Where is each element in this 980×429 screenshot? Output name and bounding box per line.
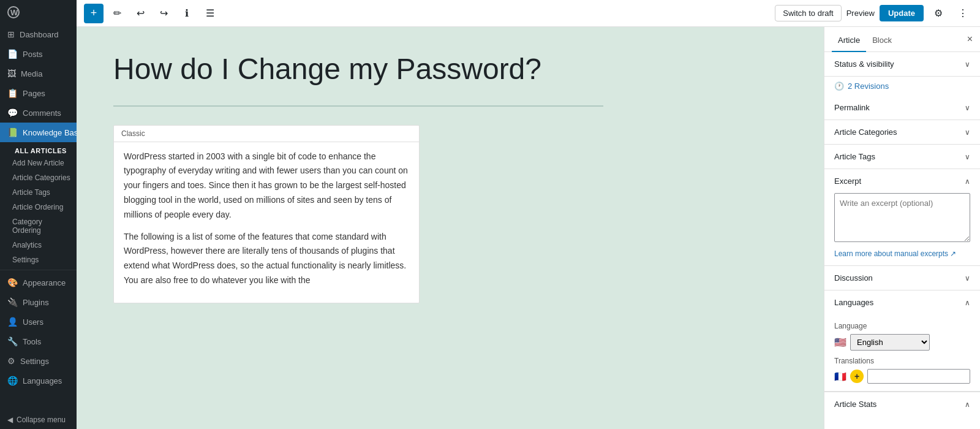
status-visibility-header[interactable]: Status & visibility ∨ — [824, 52, 980, 76]
sidebar-item-pages[interactable]: 📋 Pages — [0, 83, 77, 103]
settings-icon: ⚙ — [7, 356, 15, 366]
editor-settings-button[interactable]: ⚙ — [929, 4, 948, 23]
submenu-article-categories[interactable]: Article Categories — [7, 170, 77, 185]
paragraph-1: WordPress started in 2003 with a single … — [124, 150, 409, 222]
knowledge-base-icon: 📗 — [7, 127, 18, 137]
collapse-menu-button[interactable]: ◀ Collapse menu — [0, 411, 77, 429]
preview-button[interactable]: Preview — [846, 9, 875, 18]
collapse-menu-icon: ◀ — [7, 416, 13, 424]
sidebar-item-comments[interactable]: 💬 Comments — [0, 103, 77, 123]
language-label-row: Language — [834, 322, 970, 330]
comments-icon: 💬 — [7, 108, 18, 118]
submenu-add-new-article[interactable]: Add New Article — [7, 156, 77, 170]
panel-close-button[interactable]: × — [967, 27, 973, 51]
sidebar-item-knowledge-base[interactable]: 📗 Knowledge Base — [0, 123, 77, 142]
list-icon: ☰ — [206, 7, 214, 19]
wp-logo: W — [0, 0, 77, 25]
add-block-button[interactable]: + — [84, 4, 104, 23]
discussion-chevron-icon: ∨ — [965, 274, 970, 283]
editor-area: How do I Change my Password? Classic Wor… — [77, 27, 980, 429]
languages-header[interactable]: Languages ∧ — [824, 290, 980, 314]
status-visibility-label: Status & visibility — [834, 59, 894, 69]
excerpt-label: Excerpt — [834, 177, 861, 186]
language-select[interactable]: English French Spanish German — [850, 334, 930, 351]
article-tags-header[interactable]: Article Tags ∨ — [824, 145, 980, 169]
sidebar-item-posts[interactable]: 📄 Posts — [0, 44, 77, 64]
list-view-button[interactable]: ☰ — [200, 4, 220, 23]
revisions-row[interactable]: 🕐 2 Revisions — [824, 77, 980, 96]
permalink-chevron-icon: ∨ — [965, 104, 970, 112]
translation-input[interactable] — [867, 369, 970, 384]
classic-block-label: Classic — [114, 126, 419, 142]
article-categories-chevron-icon: ∨ — [965, 128, 970, 137]
more-options-button[interactable]: ⋮ — [953, 4, 973, 23]
article-stats-label: Article Stats — [834, 400, 876, 409]
translations-label: Translations — [834, 357, 970, 365]
redo-button[interactable]: ↪ — [154, 4, 173, 23]
info-button[interactable]: ℹ — [177, 4, 197, 23]
article-categories-label: Article Categories — [834, 127, 897, 137]
update-button[interactable]: Update — [880, 5, 924, 21]
switch-to-draft-button[interactable]: Switch to draft — [775, 5, 841, 21]
sidebar-item-appearance[interactable]: 🎨 Appearance — [0, 273, 77, 292]
tools-icon: 🔧 — [7, 336, 18, 346]
excerpt-textarea[interactable] — [834, 193, 970, 242]
languages-chevron-icon: ∧ — [965, 298, 970, 307]
discussion-header[interactable]: Discussion ∨ — [824, 266, 980, 290]
article-tags-section: Article Tags ∨ — [824, 145, 980, 169]
add-translation-button[interactable]: + — [850, 370, 864, 383]
sidebar-item-dashboard[interactable]: ⊞ Dashboard — [0, 25, 77, 44]
submenu-article-tags[interactable]: Article Tags — [7, 185, 77, 200]
languages-icon: 🌐 — [7, 376, 18, 385]
right-panel: Article Block × Status & visibility ∨ 🕐 … — [824, 27, 980, 429]
classic-block[interactable]: Classic WordPress started in 2003 with a… — [113, 125, 420, 303]
info-icon: ℹ — [185, 7, 189, 19]
pages-icon: 📋 — [7, 88, 18, 98]
flag-fr-icon: 🇫🇷 — [834, 371, 846, 382]
languages-content: Language 🇺🇸 English French Spanish Germa… — [824, 314, 980, 391]
article-title[interactable]: How do I Change my Password? — [113, 51, 603, 87]
knowledge-base-submenu: All Articles Add New Article Article Cat… — [0, 142, 77, 267]
sidebar: W ⊞ Dashboard 📄 Posts 🖼 Media 📋 Pages 💬 … — [0, 0, 77, 429]
classic-block-content[interactable]: WordPress started in 2003 with a single … — [114, 142, 419, 303]
svg-text:W: W — [10, 8, 18, 17]
article-stats-chevron-icon: ∧ — [965, 400, 970, 409]
tab-article[interactable]: Article — [832, 27, 866, 52]
edit-mode-button[interactable]: ✏ — [107, 4, 127, 23]
gear-icon: ⚙ — [934, 7, 943, 19]
article-stats-section[interactable]: Article Stats ∧ — [824, 392, 980, 416]
editor-canvas[interactable]: How do I Change my Password? Classic Wor… — [77, 27, 824, 429]
media-icon: 🖼 — [7, 69, 16, 78]
article-categories-section: Article Categories ∨ — [824, 120, 980, 145]
sidebar-item-settings[interactable]: ⚙ Settings — [0, 351, 77, 371]
excerpt-learn-more-link[interactable]: Learn more about manual excerpts ↗ — [834, 249, 970, 258]
pencil-icon: ✏ — [113, 7, 121, 19]
sidebar-item-languages[interactable]: 🌐 Languages — [0, 371, 77, 390]
editor-toolbar: + ✏ ↩ ↪ ℹ ☰ Switch to draft Preview Upda… — [77, 0, 980, 27]
submenu-category-ordering[interactable]: Category Ordering — [7, 214, 77, 238]
permalink-section: Permalink ∨ — [824, 96, 980, 120]
ellipsis-icon: ⋮ — [958, 7, 968, 19]
language-label-text: Language — [834, 322, 867, 330]
sidebar-item-users[interactable]: 👤 Users — [0, 312, 77, 332]
undo-button[interactable]: ↩ — [130, 4, 150, 23]
appearance-icon: 🎨 — [7, 278, 18, 287]
submenu-settings[interactable]: Settings — [7, 252, 77, 267]
languages-section: Languages ∧ Language 🇺🇸 English French S… — [824, 290, 980, 392]
submenu-article-ordering[interactable]: Article Ordering — [7, 200, 77, 214]
posts-icon: 📄 — [7, 49, 18, 59]
status-chevron-icon: ∨ — [965, 60, 970, 69]
users-icon: 👤 — [7, 317, 18, 327]
article-tags-chevron-icon: ∨ — [965, 153, 970, 161]
main-content: + ✏ ↩ ↪ ℹ ☰ Switch to draft Preview Upda… — [77, 0, 980, 429]
sidebar-item-plugins[interactable]: 🔌 Plugins — [0, 292, 77, 312]
article-categories-header[interactable]: Article Categories ∨ — [824, 120, 980, 144]
permalink-header[interactable]: Permalink ∨ — [824, 96, 980, 120]
tab-block[interactable]: Block — [866, 27, 898, 52]
excerpt-header[interactable]: Excerpt ∧ — [824, 169, 980, 193]
article-tags-label: Article Tags — [834, 152, 875, 161]
sidebar-item-tools[interactable]: 🔧 Tools — [0, 332, 77, 351]
submenu-analytics[interactable]: Analytics — [7, 238, 77, 252]
excerpt-content: Learn more about manual excerpts ↗ — [824, 193, 980, 265]
sidebar-item-media[interactable]: 🖼 Media — [0, 64, 77, 83]
